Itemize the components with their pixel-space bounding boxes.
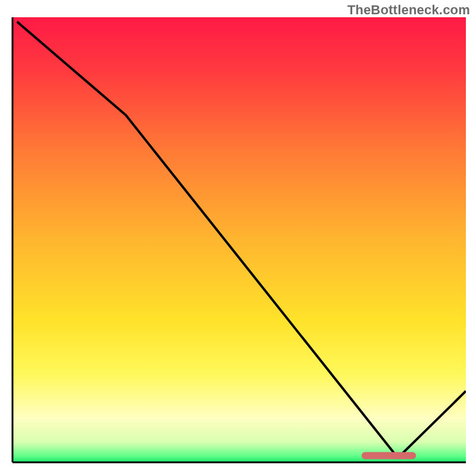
bottleneck-chart [0,0,476,476]
gradient-background [12,17,466,462]
watermark-text: TheBottleneck.com [347,2,470,18]
optimal-range-marker [362,452,416,459]
chart-container: TheBottleneck.com [0,0,476,476]
